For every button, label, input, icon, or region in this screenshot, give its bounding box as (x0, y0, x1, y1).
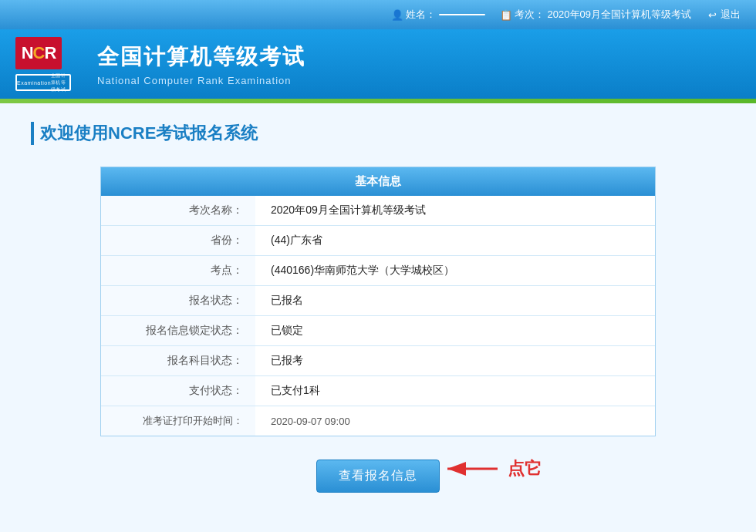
exam-label: 考次： (515, 8, 545, 22)
exam-value: 2020年09月全国计算机等级考试 (548, 8, 691, 22)
header: NCR Examination全国计算机等级考试 全国计算机等级考试 Natio… (0, 29, 756, 99)
top-bar: 👤 姓名： 📋 考次： 2020年09月全国计算机等级考试 ↩ 退出 (0, 0, 756, 29)
row-label: 报名信息锁定状态： (101, 316, 255, 346)
logo-ncr: NCR (15, 37, 62, 69)
table-header: 基本信息 (101, 167, 655, 196)
table-row: 报名科目状态：已报考 (101, 346, 655, 376)
exam-info: 📋 考次： 2020年09月全国计算机等级考试 (501, 8, 691, 22)
logout-label: 退出 (721, 8, 741, 22)
row-label: 报名状态： (101, 286, 255, 316)
exam-icon: 📋 (501, 9, 511, 20)
row-label: 准考证打印开始时间： (101, 406, 255, 436)
logout-icon: ↩ (707, 9, 717, 20)
table-row: 考点：(440166)华南师范大学（大学城校区） (101, 256, 655, 286)
row-label: 考次名称： (101, 196, 255, 226)
row-value: (440166)华南师范大学（大学城校区） (255, 256, 655, 286)
user-icon: 👤 (392, 9, 403, 20)
row-value: 已锁定 (255, 316, 655, 346)
row-value: 已支付1科 (255, 376, 655, 406)
row-label: 支付状态： (101, 376, 255, 406)
row-value: 2020年09月全国计算机等级考试 (255, 196, 655, 226)
row-value: (44)广东省 (255, 226, 655, 256)
table-row: 考次名称：2020年09月全国计算机等级考试 (101, 196, 655, 226)
row-label: 报名科目状态： (101, 346, 255, 376)
name-value (439, 14, 485, 15)
row-value: 2020-09-07 09:00 (255, 406, 655, 436)
table-row: 准考证打印开始时间：2020-09-07 09:00 (101, 406, 655, 436)
view-registration-button[interactable]: 查看报名信息 (316, 460, 440, 493)
info-table: 基本信息 考次名称：2020年09月全国计算机等级考试省份：(44)广东省考点：… (100, 167, 656, 436)
table-row: 报名状态：已报名 (101, 286, 655, 316)
row-value: 已报名 (255, 286, 655, 316)
button-area: 查看报名信息 点它 (31, 460, 725, 493)
logo: NCR Examination全国计算机等级考试 (15, 37, 85, 91)
table-row: 省份：(44)广东省 (101, 226, 655, 256)
header-text: 全国计算机等级考试 National Computer Rank Examina… (97, 42, 305, 86)
main-content: 欢迎使用NCRE考试报名系统 基本信息 考次名称：2020年09月全国计算机等级… (0, 103, 756, 532)
arrow-icon (440, 453, 501, 484)
name-label: 姓名： (406, 8, 436, 22)
annotation-text: 点它 (508, 457, 542, 480)
logout-item[interactable]: ↩ 退出 (707, 8, 741, 22)
info-table-body: 考次名称：2020年09月全国计算机等级考试省份：(44)广东省考点：(4401… (101, 196, 655, 436)
table-row: 报名信息锁定状态：已锁定 (101, 316, 655, 346)
page-title: 欢迎使用NCRE考试报名系统 (31, 122, 725, 145)
arrow-annotation: 点它 (440, 453, 542, 484)
row-label: 考点： (101, 256, 255, 286)
header-title-cn: 全国计算机等级考试 (97, 42, 305, 72)
header-title-en: National Computer Rank Examination (97, 75, 305, 86)
row-label: 省份： (101, 226, 255, 256)
table-row: 支付状态：已支付1科 (101, 376, 655, 406)
row-value: 已报考 (255, 346, 655, 376)
logo-exam-text: Examination全国计算机等级考试 (15, 74, 71, 91)
user-info: 👤 姓名： (392, 8, 485, 22)
